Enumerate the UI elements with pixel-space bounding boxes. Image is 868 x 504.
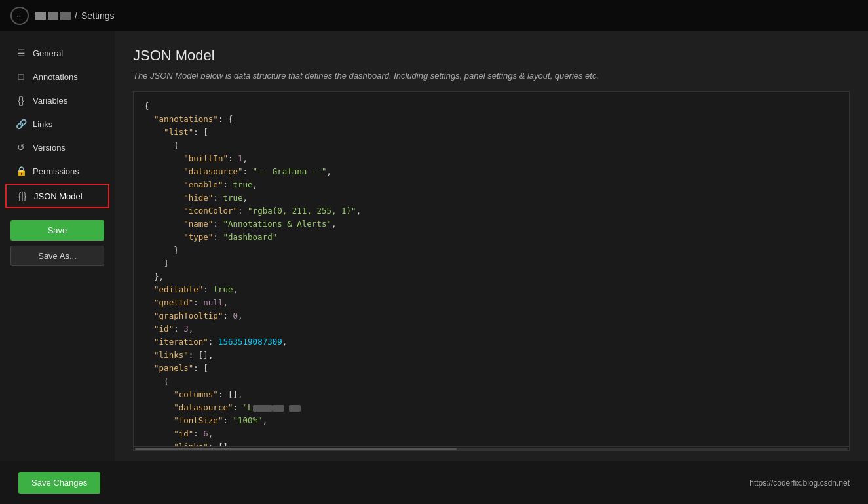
horizontal-scrollbar[interactable] (134, 446, 849, 450)
bottom-bar: Save Changes https://coderfix.blog.csdn.… (0, 461, 868, 504)
sidebar-item-general[interactable]: ☰ General (5, 42, 109, 64)
breadcrumb-icons (35, 12, 71, 20)
json-code-content: { "annotations": { "list": [ { "builtIn"… (144, 100, 839, 446)
grid-icon-1 (35, 12, 46, 20)
save-as-button[interactable]: Save As... (10, 246, 104, 266)
sidebar-label-annotations: Annotations (33, 72, 78, 82)
sidebar-item-permissions[interactable]: 🔒 Permissions (5, 160, 109, 182)
sidebar-label-variables: Variables (33, 96, 67, 106)
code-editor-wrapper: { "annotations": { "list": [ { "builtIn"… (133, 91, 850, 451)
scroll-thumb (135, 448, 457, 450)
sidebar-label-json-model: JSON Model (34, 191, 83, 201)
versions-icon: ↺ (16, 142, 26, 153)
save-changes-button[interactable]: Save Changes (18, 472, 100, 494)
json-model-icon: {|} (17, 191, 28, 201)
sidebar: ☰ General □ Annotations {} Variables 🔗 L… (0, 31, 115, 461)
grid-icon-2 (48, 12, 58, 20)
sidebar-item-annotations[interactable]: □ Annotations (5, 66, 109, 88)
grid-icon-3 (60, 12, 71, 20)
annotations-icon: □ (16, 71, 26, 82)
json-code-editor[interactable]: { "annotations": { "list": [ { "builtIn"… (134, 92, 849, 446)
sidebar-item-json-model[interactable]: {|} JSON Model (5, 184, 109, 208)
layout: ☰ General □ Annotations {} Variables 🔗 L… (0, 31, 868, 461)
sidebar-label-versions: Versions (33, 143, 66, 153)
permissions-icon: 🔒 (16, 166, 26, 176)
sidebar-item-versions[interactable]: ↺ Versions (5, 136, 109, 159)
topbar: ← / Settings (0, 0, 868, 31)
back-button[interactable]: ← (10, 7, 29, 25)
general-icon: ☰ (16, 48, 26, 58)
sidebar-buttons: Save Save As... (0, 220, 115, 266)
variables-icon: {} (16, 95, 26, 106)
save-button[interactable]: Save (10, 220, 104, 241)
scroll-track (135, 448, 848, 450)
page-title: JSON Model (133, 47, 850, 64)
page-subtitle: The JSON Model below is data structure t… (133, 71, 850, 81)
sidebar-item-links[interactable]: 🔗 Links (5, 113, 109, 135)
links-icon: 🔗 (16, 119, 26, 129)
sidebar-item-variables[interactable]: {} Variables (5, 89, 109, 111)
breadcrumb: / Settings (35, 10, 114, 21)
breadcrumb-separator: / (75, 10, 77, 21)
sidebar-label-permissions: Permissions (33, 166, 79, 176)
sidebar-label-links: Links (33, 119, 52, 129)
footer-link: https://coderfix.blog.csdn.net (749, 478, 850, 488)
main-content: JSON Model The JSON Model below is data … (115, 31, 868, 461)
sidebar-label-general: General (33, 48, 63, 58)
breadcrumb-settings: Settings (81, 10, 115, 21)
